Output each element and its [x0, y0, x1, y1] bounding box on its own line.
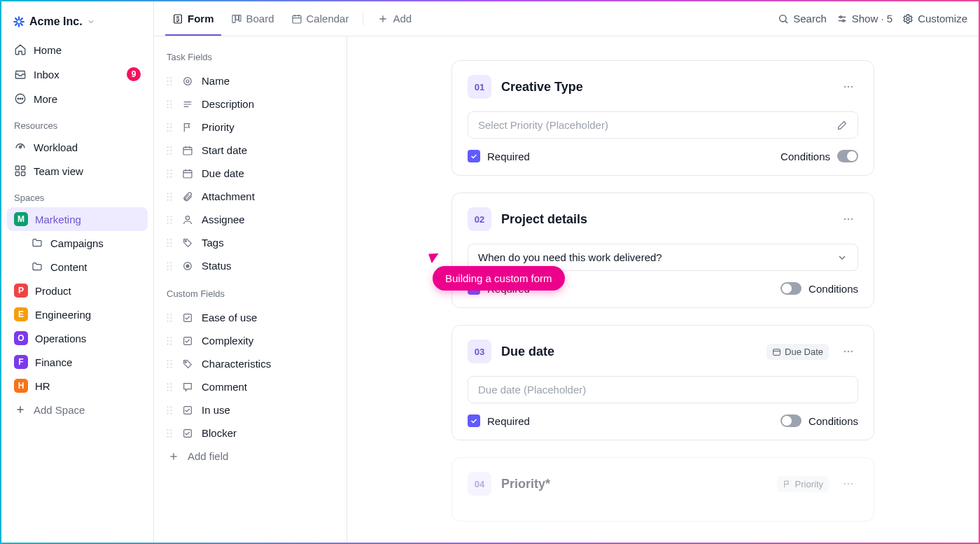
conditions-toggle[interactable]	[837, 150, 858, 162]
field-type-icon	[182, 168, 193, 179]
card-menu-button[interactable]	[839, 342, 858, 361]
svg-point-52	[167, 123, 169, 125]
grip-icon[interactable]	[167, 99, 174, 109]
field-item[interactable]: Complexity	[162, 329, 338, 352]
svg-point-39	[167, 83, 169, 85]
nav-more[interactable]: More	[7, 87, 148, 111]
svg-line-29	[785, 20, 788, 22]
grip-icon[interactable]	[167, 336, 174, 346]
grip-icon[interactable]	[167, 215, 174, 225]
field-item[interactable]: Characteristics	[162, 352, 338, 375]
grip-icon[interactable]	[167, 382, 174, 392]
grip-icon[interactable]	[167, 76, 174, 86]
svg-point-10	[20, 98, 21, 99]
grip-icon[interactable]	[167, 238, 174, 248]
svg-point-84	[167, 216, 169, 217]
plus-icon	[377, 13, 388, 25]
nav-inbox[interactable]: Inbox 9	[7, 62, 148, 87]
grip-icon[interactable]	[167, 123, 174, 132]
card-menu-button[interactable]	[839, 77, 858, 97]
svg-point-143	[170, 432, 172, 433]
field-label: Attachment	[202, 190, 255, 202]
nav-team-view[interactable]: Team view	[7, 159, 148, 183]
form-question-card[interactable]: 04 Priority* Priority	[451, 457, 874, 522]
field-item[interactable]: Assignee	[162, 208, 338, 231]
field-item[interactable]: Description	[162, 92, 338, 116]
sidebar-subspace[interactable]: Content	[7, 255, 148, 279]
show-button[interactable]: Show · 5	[836, 13, 892, 25]
org-switcher[interactable]: Acme Inc.	[7, 6, 148, 38]
grip-icon[interactable]	[167, 169, 174, 179]
field-item[interactable]: Tags	[162, 231, 338, 254]
field-item[interactable]: Comment	[162, 375, 338, 398]
customize-button[interactable]: Customize	[902, 13, 967, 25]
question-title[interactable]: Project details	[501, 212, 829, 227]
field-item[interactable]: Start date	[162, 139, 338, 162]
svg-point-137	[167, 412, 169, 414]
tab-board[interactable]: Board	[224, 1, 281, 36]
question-title[interactable]: Priority*	[501, 477, 767, 491]
field-item[interactable]: Blocker	[162, 421, 338, 445]
add-field-button[interactable]: Add field	[162, 445, 338, 468]
grip-icon[interactable]	[167, 405, 174, 415]
field-item[interactable]: Status	[162, 254, 338, 277]
add-space-button[interactable]: Add Space	[7, 398, 148, 421]
grip-icon[interactable]	[167, 146, 174, 155]
card-menu-button[interactable]	[839, 474, 858, 494]
chevron-icon[interactable]	[836, 252, 848, 263]
conditions-label: Conditions	[780, 151, 830, 162]
tab-label: Board	[246, 13, 274, 25]
svg-point-71	[170, 172, 172, 174]
field-item[interactable]: Priority	[162, 116, 338, 139]
question-number: 02	[468, 207, 491, 231]
tab-add-view[interactable]: Add	[370, 1, 419, 36]
pencil-icon[interactable]	[836, 120, 848, 131]
grip-icon[interactable]	[167, 313, 174, 323]
svg-point-128	[170, 383, 172, 384]
space-label: Marketing	[35, 214, 81, 225]
card-menu-button[interactable]	[839, 209, 858, 229]
question-title[interactable]: Due date	[501, 344, 757, 359]
field-type-icon	[182, 358, 193, 370]
tab-calendar[interactable]: Calendar	[284, 1, 356, 36]
conditions-toggle[interactable]	[780, 282, 802, 295]
svg-point-98	[167, 262, 169, 263]
sidebar-space[interactable]: M Marketing	[7, 207, 148, 231]
field-item[interactable]: Name	[162, 69, 338, 92]
grip-icon[interactable]	[167, 428, 174, 438]
sidebar-space[interactable]: O Operations	[7, 326, 148, 350]
required-checkbox[interactable]	[468, 150, 480, 162]
sidebar-space[interactable]: F Finance	[7, 350, 148, 374]
form-question-card[interactable]: 01 Creative Type Select Priority (Placeh…	[451, 60, 874, 176]
question-title[interactable]: Creative Type	[501, 80, 829, 95]
sidebar-space[interactable]: P Product	[7, 279, 148, 302]
svg-point-125	[170, 366, 172, 368]
tab-form[interactable]: Form	[165, 1, 221, 36]
grip-icon[interactable]	[167, 192, 174, 202]
required-label: Required	[487, 415, 530, 427]
grip-icon[interactable]	[167, 261, 174, 271]
form-question-card[interactable]: 03 Due date Due Date Due date (Placehold…	[451, 325, 874, 440]
search-button[interactable]: Search	[778, 13, 827, 25]
tab-label: Add	[393, 13, 412, 25]
nav-home[interactable]: Home	[7, 38, 148, 62]
sidebar-space[interactable]: E Engineering	[7, 302, 148, 326]
question-input[interactable]: Due date (Placeholder)	[468, 376, 858, 403]
nav-workload[interactable]: Workload	[7, 135, 148, 159]
question-number: 01	[468, 75, 491, 99]
field-item[interactable]: Due date	[162, 162, 338, 185]
svg-point-106	[167, 314, 169, 315]
svg-point-87	[170, 218, 172, 220]
form-question-card[interactable]: 02 Project details When do you need this…	[451, 193, 874, 308]
field-item[interactable]: Attachment	[162, 185, 338, 208]
grip-icon[interactable]	[167, 359, 174, 369]
field-item[interactable]: Ease of use	[162, 306, 338, 329]
required-checkbox[interactable]	[468, 414, 480, 427]
conditions-toggle[interactable]	[780, 414, 802, 427]
space-chip: M	[14, 212, 28, 226]
svg-point-68	[167, 169, 169, 171]
question-input[interactable]: Select Priority (Placeholder)	[468, 111, 858, 139]
sidebar-subspace[interactable]: Campaigns	[7, 231, 148, 255]
field-item[interactable]: In use	[162, 398, 338, 421]
sidebar-space[interactable]: H HR	[7, 374, 148, 398]
